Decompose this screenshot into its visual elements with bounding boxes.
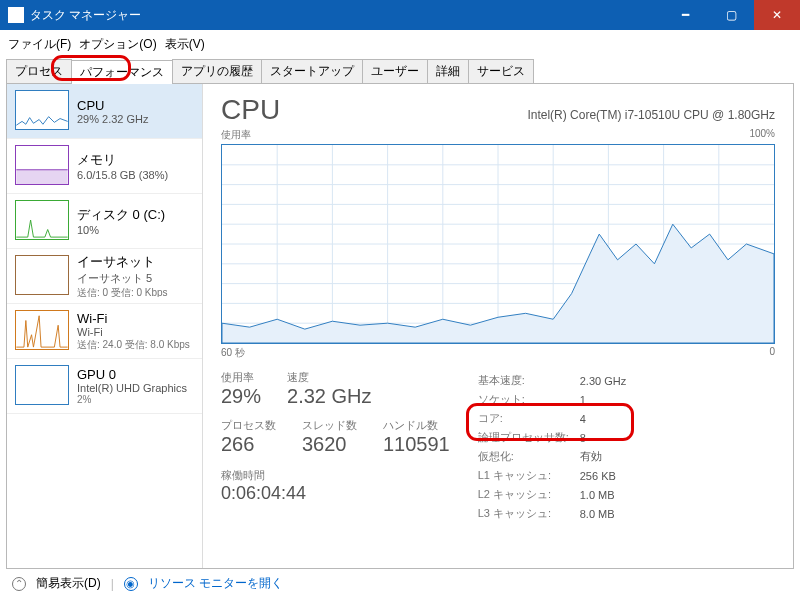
sidebar-gpu-detail1: Intel(R) UHD Graphics <box>77 382 187 394</box>
speed-value: 2.32 GHz <box>287 385 371 408</box>
chart-xlabel-right: 0 <box>769 346 775 360</box>
speed-label: 速度 <box>287 370 371 385</box>
window-title: タスク マネージャー <box>30 7 141 24</box>
handle-label: ハンドル数 <box>383 418 450 433</box>
menu-file[interactable]: ファイル(F) <box>6 34 73 55</box>
uptime-label: 稼働時間 <box>221 468 450 483</box>
menu-options[interactable]: オプション(O) <box>77 34 158 55</box>
app-icon <box>8 7 24 23</box>
fewer-details-button[interactable]: 簡易表示(D) <box>36 575 101 591</box>
sidebar-item-memory[interactable]: メモリ 6.0/15.8 GB (38%) <box>7 139 202 194</box>
main-panel: CPU Intel(R) Core(TM) i7-10510U CPU @ 1.… <box>203 84 793 568</box>
tab-performance[interactable]: パフォーマンス <box>71 60 173 84</box>
util-label: 使用率 <box>221 370 261 385</box>
chevron-up-icon: ⌃ <box>12 577 26 591</box>
sidebar-mem-detail: 6.0/15.8 GB (38%) <box>77 169 168 181</box>
uptime-value: 0:06:04:44 <box>221 483 450 504</box>
tab-content: CPU 29% 2.32 GHz メモリ 6.0/15.8 GB (38%) デ… <box>6 83 794 569</box>
sidebar-item-disk[interactable]: ディスク 0 (C:) 10% <box>7 194 202 249</box>
menu-bar: ファイル(F) オプション(O) 表示(V) <box>0 30 800 59</box>
tab-strip: プロセス パフォーマンス アプリの履歴 スタートアップ ユーザー 詳細 サービス <box>6 59 794 83</box>
tab-processes[interactable]: プロセス <box>6 59 72 83</box>
sidebar-cpu-title: CPU <box>77 98 149 113</box>
chart-ylabel: 使用率 <box>221 128 251 142</box>
main-title: CPU <box>221 94 280 126</box>
menu-view[interactable]: 表示(V) <box>163 34 207 55</box>
close-button[interactable]: ✕ <box>754 0 800 30</box>
stats-left: 使用率 29% 速度 2.32 GHz プロセス数 266 スレッド数 <box>221 370 450 524</box>
svg-rect-0 <box>16 170 67 184</box>
thread-value: 3620 <box>302 433 357 456</box>
proc-value: 266 <box>221 433 276 456</box>
sidebar-item-ethernet[interactable]: イーサネット イーサネット 5 送信: 0 受信: 0 Kbps <box>7 249 202 304</box>
sidebar-eth-detail1: イーサネット 5 <box>77 271 168 286</box>
sidebar-wifi-detail2: 送信: 24.0 受信: 8.0 Kbps <box>77 338 190 352</box>
resmon-icon: ◉ <box>124 577 138 591</box>
chart-ymax: 100% <box>749 128 775 142</box>
footer: ⌃ 簡易表示(D) | ◉ リソース モニターを開く <box>0 569 800 591</box>
sidebar-item-wifi[interactable]: Wi-Fi Wi-Fi 送信: 24.0 受信: 8.0 Kbps <box>7 304 202 359</box>
tab-apphistory[interactable]: アプリの履歴 <box>172 59 262 83</box>
sidebar-eth-title: イーサネット <box>77 255 168 271</box>
sidebar-eth-detail2: 送信: 0 受信: 0 Kbps <box>77 286 168 298</box>
sidebar-mem-title: メモリ <box>77 151 168 169</box>
thread-label: スレッド数 <box>302 418 357 433</box>
sidebar-wifi-detail1: Wi-Fi <box>77 326 190 338</box>
tab-users[interactable]: ユーザー <box>362 59 428 83</box>
tab-services[interactable]: サービス <box>468 59 534 83</box>
util-value: 29% <box>221 385 261 408</box>
tab-startup[interactable]: スタートアップ <box>261 59 363 83</box>
sidebar-gpu-detail2: 2% <box>77 394 187 405</box>
chart-xlabel-left: 60 秒 <box>221 346 245 360</box>
minimize-button[interactable]: ━ <box>662 0 708 30</box>
sidebar-item-cpu[interactable]: CPU 29% 2.32 GHz <box>7 84 202 139</box>
sidebar-wifi-title: Wi-Fi <box>77 311 190 326</box>
proc-label: プロセス数 <box>221 418 276 433</box>
cpu-model: Intel(R) Core(TM) i7-10510U CPU @ 1.80GH… <box>527 108 775 122</box>
open-resmon-link[interactable]: リソース モニターを開く <box>148 575 283 591</box>
stats-right: 基本速度:2.30 GHz ソケット:1 コア:4 論理プロセッサ数:8 仮想化… <box>472 370 632 524</box>
tab-details[interactable]: 詳細 <box>427 59 469 83</box>
sidebar-disk-detail: 10% <box>77 224 165 236</box>
sidebar-cpu-detail: 29% 2.32 GHz <box>77 113 149 125</box>
handle-value: 110591 <box>383 433 450 456</box>
performance-sidebar: CPU 29% 2.32 GHz メモリ 6.0/15.8 GB (38%) デ… <box>7 84 203 568</box>
sidebar-gpu-title: GPU 0 <box>77 367 187 382</box>
cpu-chart <box>221 144 775 344</box>
sidebar-disk-title: ディスク 0 (C:) <box>77 206 165 224</box>
title-bar: タスク マネージャー ━ ▢ ✕ <box>0 0 800 30</box>
sidebar-item-gpu[interactable]: GPU 0 Intel(R) UHD Graphics 2% <box>7 359 202 414</box>
maximize-button[interactable]: ▢ <box>708 0 754 30</box>
